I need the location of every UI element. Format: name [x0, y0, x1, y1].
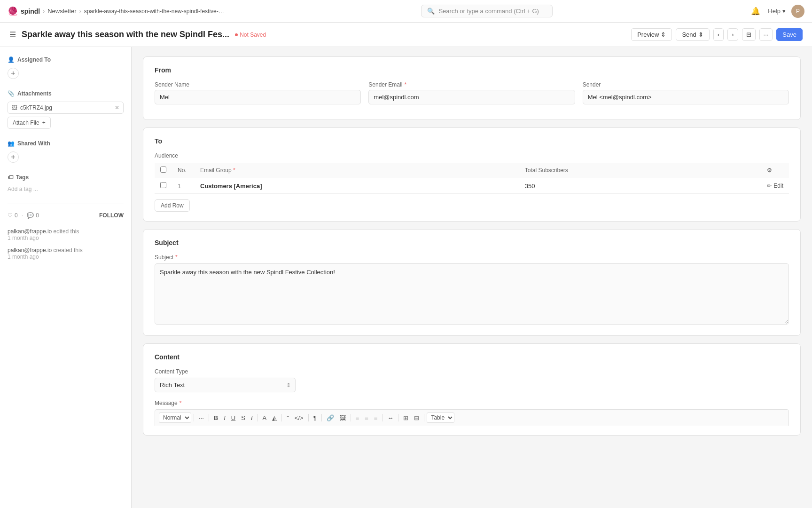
tags-icon: 🏷	[8, 174, 13, 181]
row-no: 1	[172, 178, 195, 194]
sender-name-group: Sender Name	[155, 81, 361, 104]
from-title: From	[155, 66, 789, 74]
from-row: Sender Name Sender Email * Sender	[155, 81, 789, 104]
like-button[interactable]: ♡ 0	[8, 212, 18, 219]
sender-email-label: Sender Email *	[368, 81, 575, 88]
toolbar-decrease-btn[interactable]: ⊟	[412, 413, 422, 423]
toolbar-paragraph-btn[interactable]: ¶	[311, 413, 319, 423]
toolbar-sep-8	[382, 414, 383, 421]
content-type-label: Content Type	[155, 368, 789, 375]
toolbar-increase-btn[interactable]: ⊞	[401, 413, 411, 423]
breadcrumb-parent[interactable]: Newsletter	[47, 8, 76, 15]
tags-title: 🏷 Tags	[8, 174, 124, 181]
toolbar-paragraph-select[interactable]: Normal	[159, 413, 191, 423]
assigned-to-title: 👤 Assigned To	[8, 56, 124, 63]
nav-right: 🔔 Help ▾ P	[749, 5, 804, 18]
sender-name-input[interactable]	[155, 90, 361, 104]
toolbar-italic2-btn[interactable]: I	[249, 413, 255, 423]
subject-section-title: Subject	[155, 239, 789, 246]
edit-row-button[interactable]: ✏ Edit	[767, 183, 783, 189]
toolbar-strikethrough-btn[interactable]: S	[239, 413, 248, 423]
activity-user-1: palkan@frappe.io	[8, 228, 52, 235]
add-shared-button[interactable]: +	[8, 151, 19, 163]
dot-separator: ·	[22, 212, 23, 219]
toolbar-indent-btn[interactable]: ≡	[372, 413, 380, 423]
not-saved-dot	[235, 33, 238, 36]
toolbar-sep-1	[194, 414, 194, 421]
row-email-group: Customers [America]	[195, 178, 519, 194]
toolbar-image-btn[interactable]: 🖼	[337, 413, 348, 423]
toolbar-quote-btn[interactable]: "	[284, 413, 291, 423]
prev-button[interactable]: ‹	[713, 28, 724, 41]
search-bar[interactable]: 🔍 Search or type a command (Ctrl + G)	[421, 5, 553, 17]
toolbar-underline-btn[interactable]: U	[229, 413, 238, 423]
settings-icon[interactable]: ⚙	[767, 167, 772, 174]
audience-table: No. Email Group * Total Subscribers ⚙	[155, 163, 789, 194]
help-button[interactable]: Help ▾	[768, 8, 786, 15]
header-email-group: Email Group *	[195, 163, 519, 178]
toolbar-table-select[interactable]: Table	[427, 413, 454, 423]
content-section-title: Content	[155, 353, 789, 361]
toolbar-sep-5	[308, 414, 309, 421]
toolbar-highlight-btn[interactable]: ◭	[270, 413, 279, 423]
toolbar-sep-2	[209, 414, 209, 421]
preview-button[interactable]: Preview ⇕	[631, 28, 672, 41]
header-settings: ⚙	[761, 163, 789, 178]
row-checkbox[interactable]	[160, 182, 166, 188]
preview-label: Preview	[637, 31, 659, 38]
hamburger-button[interactable]: ☰	[9, 30, 16, 39]
toolbar-bold-btn[interactable]: B	[211, 413, 220, 423]
add-row-button[interactable]: Add Row	[155, 199, 190, 212]
toolbar-more-btn[interactable]: ···	[196, 413, 206, 423]
sender-input[interactable]	[583, 90, 789, 104]
like-count: 0	[15, 212, 18, 219]
heart-icon: ♡	[8, 212, 13, 219]
subject-textarea[interactable]: Sparkle away this season with the new Sp…	[155, 263, 789, 325]
sender-email-input[interactable]	[368, 90, 575, 104]
sidebar: 👤 Assigned To + 📎 Attachments 🖼 c5kTRZ4.…	[0, 47, 132, 508]
toolbar-code-btn[interactable]: </>	[292, 413, 306, 423]
table-header-row: No. Email Group * Total Subscribers ⚙	[155, 163, 789, 178]
page-header: ☰ Sparkle away this season with the new …	[0, 23, 812, 47]
tag-placeholder[interactable]: Add a tag ...	[8, 186, 38, 192]
activity-section: palkan@frappe.io edited this 1 month ago…	[8, 228, 124, 260]
message-group: Message * Normal ··· B I U S I	[155, 400, 789, 426]
toolbar-italic-btn[interactable]: I	[221, 413, 228, 423]
print-button[interactable]: ⊟	[742, 28, 756, 41]
next-button[interactable]: ›	[727, 28, 738, 41]
avatar[interactable]: P	[791, 5, 804, 18]
more-button[interactable]: ···	[759, 28, 773, 41]
notification-button[interactable]: 🔔	[749, 5, 762, 17]
sender-label: Sender	[583, 81, 789, 88]
toolbar-align-btn[interactable]: ↔	[385, 413, 396, 423]
from-section: From Sender Name Sender Email * Sender	[143, 56, 801, 120]
comment-count: 0	[36, 212, 39, 219]
not-saved-text: Not Saved	[240, 32, 266, 38]
toolbar-link-btn[interactable]: 🔗	[324, 413, 336, 423]
file-icon: 🖼	[12, 104, 17, 111]
remove-attachment-button[interactable]: ✕	[115, 104, 119, 111]
send-button[interactable]: Send ⇕	[676, 28, 709, 41]
add-assignee-button[interactable]: +	[8, 68, 19, 79]
content-type-select[interactable]: Rich Text HTML Markdown	[155, 378, 296, 392]
content-type-wrapper: Rich Text HTML Markdown ⇕	[155, 378, 296, 392]
toolbar-ol-btn[interactable]: ≡	[353, 413, 362, 423]
toolbar-font-color-btn[interactable]: A	[260, 413, 269, 423]
toolbar-sep-10	[424, 414, 424, 421]
activity-item-1: palkan@frappe.io edited this 1 month ago	[8, 228, 124, 241]
select-all-checkbox[interactable]	[160, 167, 166, 173]
comment-button[interactable]: 💬 0	[27, 212, 39, 219]
page-header-right: Preview ⇕ Send ⇕ ‹ › ⊟ ··· Save	[631, 28, 803, 41]
subject-section: Subject Subject * Sparkle away this seas…	[143, 229, 801, 336]
toolbar-ul-btn[interactable]: ≡	[362, 413, 371, 423]
attach-file-button[interactable]: Attach File +	[8, 117, 51, 129]
follow-button[interactable]: FOLLOW	[99, 212, 124, 219]
header-no: No.	[172, 163, 195, 178]
attachments-title: 📎 Attachments	[8, 90, 124, 97]
save-button[interactable]: Save	[776, 28, 803, 41]
activity-user-2: palkan@frappe.io	[8, 247, 52, 254]
tags-section: 🏷 Tags Add a tag ...	[8, 174, 124, 192]
file-name: c5kTRZ4.jpg	[20, 104, 52, 111]
to-section: To Audience No. Email Group * Total Subs…	[143, 127, 801, 222]
sidebar-bottom: ♡ 0 · 💬 0 FOLLOW	[8, 204, 124, 219]
